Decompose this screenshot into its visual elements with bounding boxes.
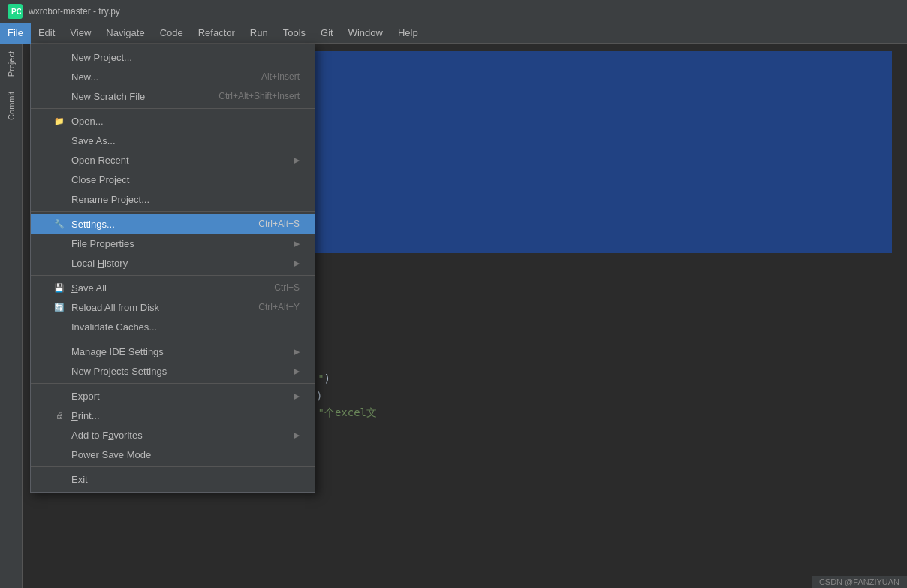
open-folder-icon: 📁: [53, 115, 65, 127]
menu-edit[interactable]: Edit: [31, 23, 62, 44]
settings-label: Settings...: [71, 219, 115, 230]
save-all-icon: 💾: [53, 282, 65, 294]
menu-item-save-as[interactable]: Save As...: [31, 131, 315, 150]
rename-project-label: Rename Project...: [71, 194, 149, 205]
open-recent-icon: [53, 154, 65, 166]
menu-item-invalidate-caches[interactable]: Invalidate Caches...: [31, 317, 315, 339]
menu-item-settings[interactable]: 🔧 Settings... Ctrl+Alt+S: [31, 214, 315, 234]
new-projects-settings-icon: [53, 365, 65, 377]
file-properties-arrow: ▶: [294, 239, 300, 249]
local-history-arrow: ▶: [294, 258, 300, 268]
file-properties-icon: [53, 237, 65, 249]
save-all-shortcut: Ctrl+S: [274, 282, 300, 293]
power-save-label: Power Save Mode: [71, 449, 151, 460]
new-shortcut: Alt+Insert: [261, 71, 300, 82]
new-project-icon: [53, 51, 65, 63]
new-projects-settings-label: New Projects Settings: [71, 366, 167, 377]
menu-item-add-to-favorites[interactable]: Add to Favorites ▶: [31, 425, 315, 445]
file-dropdown: New Project... New... Alt+Insert New Scr…: [30, 44, 315, 493]
title-bar-text: wxrobot-master - try.py: [29, 6, 120, 17]
manage-ide-arrow: ▶: [294, 347, 300, 357]
menu-help[interactable]: Help: [390, 23, 426, 44]
new-scratch-shortcut: Ctrl+Alt+Shift+Insert: [218, 91, 300, 101]
add-favorites-label: Add to Favorites: [71, 430, 143, 441]
reload-all-shortcut: Ctrl+Alt+Y: [258, 302, 300, 312]
manage-ide-icon: [53, 345, 65, 357]
file-properties-label: File Properties: [71, 238, 134, 249]
status-bar-text: CSDN @FANZIYUAN: [819, 577, 899, 586]
print-label: Print...: [71, 410, 100, 421]
menu-item-reload-all[interactable]: 🔄 Reload All from Disk Ctrl+Alt+Y: [31, 297, 315, 317]
close-project-icon: [53, 173, 65, 185]
reload-all-label: Reload All from Disk: [71, 302, 159, 313]
title-bar: PC wxrobot-master - try.py: [0, 0, 907, 23]
menu-view[interactable]: View: [62, 23, 98, 44]
new-scratch-icon: [53, 90, 65, 102]
reload-all-icon: 🔄: [53, 301, 65, 313]
menu-tools[interactable]: Tools: [276, 23, 313, 44]
new-project-label: New Project...: [71, 52, 132, 63]
menu-item-local-history[interactable]: Local History ▶: [31, 253, 315, 276]
menu-item-new[interactable]: New... Alt+Insert: [31, 67, 315, 86]
menu-item-open[interactable]: 📁 Open...: [31, 111, 315, 131]
settings-shortcut: Ctrl+Alt+S: [258, 219, 300, 229]
menu-item-close-project[interactable]: Close Project: [31, 170, 315, 189]
menu-item-save-all[interactable]: 💾 Save All Ctrl+S: [31, 278, 315, 297]
left-sidebar: Project Commit: [0, 44, 23, 588]
new-scratch-label: New Scratch File: [71, 91, 145, 102]
menu-window[interactable]: Window: [341, 23, 390, 44]
new-label: New...: [71, 71, 98, 83]
menu-file[interactable]: File: [0, 23, 31, 44]
print-icon: 🖨: [53, 409, 65, 421]
local-history-icon: [53, 257, 65, 269]
invalidate-caches-icon: [53, 321, 65, 333]
new-projects-settings-arrow: ▶: [294, 366, 300, 376]
manage-ide-label: Manage IDE Settings: [71, 346, 164, 357]
save-as-label: Save As...: [71, 135, 116, 146]
sidebar-tab-project[interactable]: Project: [2, 44, 20, 84]
menu-item-open-recent[interactable]: Open Recent ▶: [31, 150, 315, 170]
menu-item-new-projects-settings[interactable]: New Projects Settings ▶: [31, 361, 315, 384]
settings-wrench-icon: 🔧: [53, 218, 65, 230]
menu-item-new-scratch[interactable]: New Scratch File Ctrl+Alt+Shift+Insert: [31, 86, 315, 109]
exit-label: Exit: [71, 474, 88, 485]
menu-run[interactable]: Run: [243, 23, 276, 44]
menu-git[interactable]: Git: [313, 23, 341, 44]
menu-code[interactable]: Code: [152, 23, 191, 44]
open-recent-label: Open Recent: [71, 155, 129, 166]
save-as-icon: [53, 134, 65, 146]
menu-item-rename-project[interactable]: Rename Project...: [31, 189, 315, 212]
menu-item-exit[interactable]: Exit: [31, 469, 315, 489]
rename-project-icon: [53, 193, 65, 205]
svg-text:PC: PC: [11, 8, 21, 16]
menu-bar: File Edit View Navigate Code Refactor Ru…: [0, 23, 907, 44]
invalidate-caches-label: Invalidate Caches...: [71, 321, 157, 333]
status-bar: CSDN @FANZIYUAN: [812, 576, 907, 588]
sidebar-tab-commit[interactable]: Commit: [2, 84, 20, 128]
export-arrow: ▶: [294, 391, 300, 401]
menu-item-new-project[interactable]: New Project...: [31, 47, 315, 67]
menu-item-print[interactable]: 🖨 Print...: [31, 406, 315, 425]
close-project-label: Close Project: [71, 174, 129, 185]
menu-item-manage-ide[interactable]: Manage IDE Settings ▶: [31, 342, 315, 361]
menu-item-power-save[interactable]: Power Save Mode: [31, 445, 315, 467]
menu-item-export[interactable]: Export ▶: [31, 386, 315, 406]
dropdown-menu: New Project... New... Alt+Insert New Scr…: [30, 44, 315, 493]
exit-icon: [53, 473, 65, 485]
add-favorites-arrow: ▶: [294, 430, 300, 440]
open-label: Open...: [71, 116, 104, 127]
open-recent-arrow: ▶: [294, 155, 300, 165]
add-favorites-icon: [53, 429, 65, 441]
export-label: Export: [71, 390, 100, 402]
app-logo: PC: [8, 4, 23, 19]
menu-refactor[interactable]: Refactor: [191, 23, 243, 44]
local-history-label: Local History: [71, 258, 128, 269]
menu-navigate[interactable]: Navigate: [98, 23, 152, 44]
export-icon: [53, 390, 65, 402]
menu-item-file-properties[interactable]: File Properties ▶: [31, 234, 315, 253]
new-icon: [53, 71, 65, 83]
power-save-icon: [53, 448, 65, 460]
save-all-label: Save All: [71, 282, 107, 294]
